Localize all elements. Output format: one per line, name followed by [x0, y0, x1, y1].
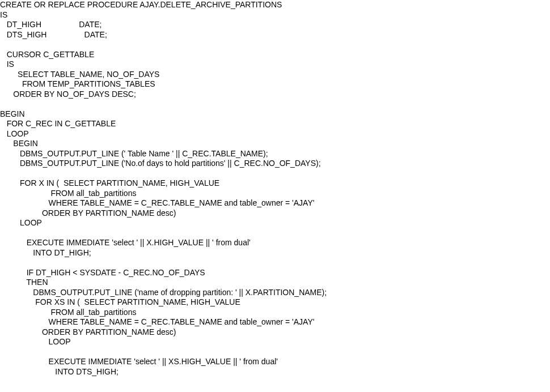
code-block: CREATE OR REPLACE PROCEDURE AJAY.DELETE_…: [0, 0, 550, 377]
plsql-source: CREATE OR REPLACE PROCEDURE AJAY.DELETE_…: [0, 0, 550, 377]
